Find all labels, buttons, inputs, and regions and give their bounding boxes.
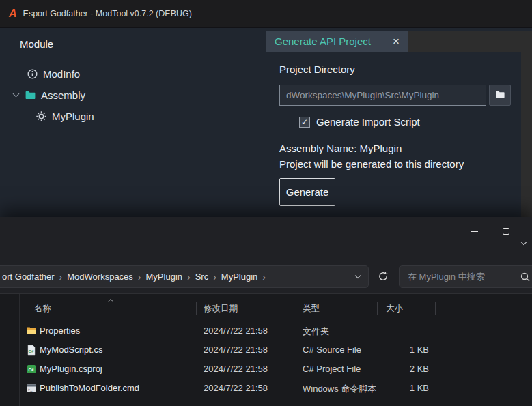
column-header-date-modified[interactable]: 修改日期 bbox=[204, 303, 238, 315]
column-header-row: 名称 修改日期 类型 大小 bbox=[0, 301, 532, 317]
breadcrumb-item[interactable]: MyPlugin bbox=[221, 272, 257, 282]
minimize-button[interactable] bbox=[458, 221, 490, 242]
generate-import-script-checkbox[interactable]: ✓ bbox=[299, 117, 310, 128]
file-name: MyPlugin.csproj bbox=[40, 364, 102, 374]
modtool-titlebar[interactable]: A Esport Godfather - ModTool v0.7.2 (DEB… bbox=[0, 0, 532, 28]
sort-ascending-icon bbox=[108, 295, 113, 301]
file-row[interactable]: >_ PublishToModFolder.cmd 2024/7/22 21:5… bbox=[20, 379, 527, 398]
file-size: 2 KB bbox=[377, 364, 429, 374]
svg-text:>_: >_ bbox=[28, 388, 33, 392]
svg-text:C#: C# bbox=[29, 349, 34, 353]
generate-button[interactable]: Generate bbox=[279, 178, 335, 206]
generate-import-script-row: ✓ Generate Import Script bbox=[299, 116, 420, 128]
tree-item-label: ModInfo bbox=[43, 68, 80, 80]
column-resize-handle[interactable] bbox=[196, 302, 197, 315]
tree-item-modinfo[interactable]: ModInfo bbox=[27, 65, 80, 83]
address-bar[interactable]: ort Godfather › ModWorkspaces › MyPlugin… bbox=[0, 265, 369, 288]
file-size: 1 KB bbox=[377, 345, 429, 355]
breadcrumb-item[interactable]: Src bbox=[195, 272, 209, 282]
csproj-file-icon: C# bbox=[26, 364, 37, 375]
file-date: 2024/7/22 21:58 bbox=[204, 325, 268, 336]
generate-import-script-label: Generate Import Script bbox=[316, 116, 420, 128]
tree-item-label: Assembly bbox=[41, 89, 85, 101]
file-row[interactable]: C# MyModScript.cs 2024/7/22 21:58 C# Sou… bbox=[20, 340, 527, 360]
minimize-icon bbox=[471, 231, 478, 232]
file-name: PublishToModFolder.cmd bbox=[40, 383, 139, 393]
breadcrumb-separator-icon: › bbox=[55, 272, 68, 282]
tab-label: Generate API Project bbox=[275, 35, 386, 47]
file-date: 2024/7/22 21:58 bbox=[204, 383, 268, 393]
refresh-button[interactable] bbox=[372, 266, 394, 288]
cmd-file-icon: >_ bbox=[26, 383, 37, 394]
file-type: C# Project File bbox=[303, 364, 361, 374]
close-button[interactable]: × bbox=[519, 221, 532, 242]
refresh-icon bbox=[378, 271, 389, 284]
expand-chevron-icon[interactable] bbox=[13, 90, 20, 97]
file-type: 文件夹 bbox=[303, 325, 329, 338]
search-icon bbox=[520, 272, 531, 282]
tab-close-icon[interactable]: × bbox=[393, 35, 400, 47]
breadcrumb-item[interactable]: MyPlugin bbox=[146, 272, 182, 282]
csharp-file-icon: C# bbox=[26, 345, 37, 356]
column-resize-handle[interactable] bbox=[435, 302, 436, 315]
breadcrumb-separator-icon: › bbox=[182, 272, 195, 282]
check-icon: ✓ bbox=[301, 117, 308, 127]
project-directory-label: Project Directory bbox=[279, 63, 355, 75]
file-type: Windows 命令脚本 bbox=[303, 383, 376, 395]
file-type: C# Source File bbox=[303, 345, 361, 355]
file-size: 1 KB bbox=[377, 383, 429, 393]
address-dropdown-chevron-icon[interactable] bbox=[355, 273, 361, 278]
tree-item-label: MyPlugin bbox=[52, 111, 94, 122]
file-date: 2024/7/22 21:58 bbox=[204, 364, 268, 374]
browse-folder-button[interactable] bbox=[489, 85, 511, 106]
tab-bar: Generate API Project × bbox=[266, 31, 532, 52]
modtool-window: A Esport Godfather - ModTool v0.7.2 (DEB… bbox=[0, 0, 532, 225]
assembly-folder-icon bbox=[25, 89, 36, 101]
tab-generate-api-project[interactable]: Generate API Project × bbox=[266, 31, 408, 52]
search-box bbox=[399, 265, 532, 288]
project-directory-input[interactable] bbox=[279, 85, 486, 106]
breadcrumb-item[interactable]: ort Godfather bbox=[2, 272, 55, 282]
modinfo-info-icon bbox=[27, 68, 38, 80]
modtool-window-title: Esport Godfather - ModTool v0.7.2 (DEBUG… bbox=[23, 9, 192, 18]
tree-item-myplugin[interactable]: MyPlugin bbox=[36, 107, 94, 125]
column-resize-handle[interactable] bbox=[377, 302, 378, 315]
breadcrumb-item[interactable]: ModWorkspaces bbox=[67, 272, 133, 282]
breadcrumb-separator-icon: › bbox=[208, 272, 221, 282]
explorer-window: × ort Godfather › ModWorkspaces › MyPlug… bbox=[0, 217, 532, 406]
directory-note-text: Project will be generated to this direct… bbox=[279, 158, 464, 170]
column-header-type[interactable]: 类型 bbox=[303, 303, 320, 315]
file-name: MyModScript.cs bbox=[40, 345, 102, 355]
tree-item-assembly[interactable]: Assembly bbox=[14, 86, 85, 104]
maximize-button[interactable] bbox=[490, 221, 522, 242]
search-input[interactable] bbox=[400, 272, 532, 282]
folder-icon bbox=[26, 325, 37, 336]
module-panel-title: Module bbox=[10, 31, 266, 50]
svg-text:C#: C# bbox=[29, 368, 34, 372]
file-row[interactable]: C# MyPlugin.csproj 2024/7/22 21:58 C# Pr… bbox=[20, 360, 527, 379]
file-date: 2024/7/22 21:58 bbox=[204, 345, 268, 355]
maximize-icon bbox=[503, 228, 509, 235]
module-panel: Module ModInfo Assembly MyPlugin bbox=[10, 31, 266, 225]
breadcrumb-separator-icon: › bbox=[133, 272, 146, 282]
screen: A Esport Godfather - ModTool v0.7.2 (DEB… bbox=[0, 0, 532, 406]
file-row[interactable]: Properties 2024/7/22 21:58 文件夹 bbox=[20, 321, 527, 340]
file-name: Properties bbox=[40, 325, 80, 336]
app-logo-icon: A bbox=[9, 8, 17, 19]
background-strip bbox=[521, 52, 532, 225]
column-header-size[interactable]: 大小 bbox=[386, 303, 403, 315]
column-header-name[interactable]: 名称 bbox=[34, 303, 51, 315]
file-list: 名称 修改日期 类型 大小 Properties 2024/7/22 21:58… bbox=[0, 293, 532, 406]
breadcrumb-separator-icon: › bbox=[257, 272, 270, 282]
assembly-name-text: Assembly Name: MyPlugin bbox=[279, 143, 402, 154]
column-resize-handle[interactable] bbox=[294, 302, 294, 315]
folder-icon bbox=[495, 89, 505, 102]
gear-icon bbox=[36, 111, 47, 122]
